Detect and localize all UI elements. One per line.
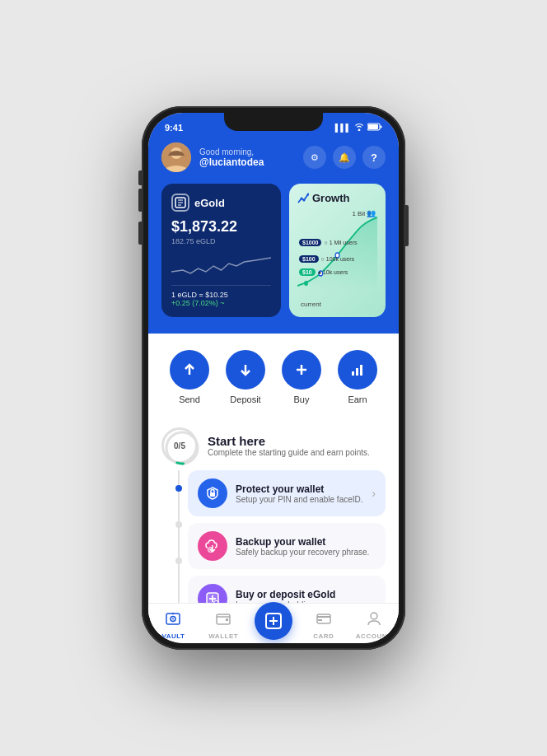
svg-point-7 (303, 198, 306, 201)
growth-chart: 1 Bil 👥 (297, 209, 377, 308)
status-icons: ▌▌▌ (335, 123, 382, 133)
svg-rect-31 (172, 613, 174, 614)
egold-sub-amount: 182.75 eGLD (171, 237, 271, 245)
status-time: 9:41 (165, 123, 183, 133)
buy-action[interactable]: Buy (282, 350, 321, 404)
svg-rect-2 (381, 126, 382, 128)
step-dot-3 (175, 558, 182, 564)
card-label: CARD (313, 632, 334, 640)
svg-rect-18 (360, 365, 362, 376)
egold-rate: 1 eGLD = $10.25 (171, 291, 271, 299)
egold-chart (171, 254, 271, 278)
phone-screen: 9:41 ▌▌▌ (148, 113, 399, 643)
wifi-icon (354, 123, 364, 133)
header-username: @luciantodea (199, 156, 264, 168)
earn-circle (338, 350, 377, 390)
notch (224, 113, 323, 131)
header-greeting: Good morning, (199, 147, 264, 156)
svg-rect-37 (317, 614, 330, 623)
wallet-icon (215, 610, 231, 631)
vault-label: VAULT (161, 632, 185, 640)
steps-container: Protect your wallet Setup your PIN and e… (161, 470, 386, 622)
price-badge-10: $10 (299, 268, 316, 276)
header-left: Good morning, @luciantodea (161, 142, 264, 172)
nav-wallet[interactable]: WALLET (199, 610, 249, 640)
header-text: Good morning, @luciantodea (199, 147, 264, 168)
account-icon (366, 610, 382, 631)
signal-icon: ▌▌▌ (335, 124, 351, 132)
egold-card[interactable]: eGold $1,873.22 182.75 eGLD 1 eGLD = $10… (161, 184, 281, 317)
growth-title: Growth (312, 192, 350, 204)
svg-point-39 (371, 613, 377, 619)
start-header: 0/5 Start here Complete the starting gui… (161, 418, 386, 470)
svg-point-6 (301, 197, 303, 199)
deposit-circle (226, 350, 265, 390)
egold-icon (171, 194, 189, 212)
mute-button (138, 170, 142, 185)
volume-down-button (138, 222, 142, 245)
step-backup-text: Backup your wallet Safely backup your re… (236, 536, 376, 557)
egold-card-header: eGold (171, 194, 271, 212)
growth-card[interactable]: Growth 1 Bil 👥 (289, 184, 386, 317)
start-text: Start here Complete the starting guide a… (208, 434, 370, 457)
send-circle (170, 350, 209, 390)
avatar-image (161, 142, 191, 172)
settings-button[interactable]: ⚙ (303, 146, 326, 169)
earn-label: Earn (348, 394, 367, 404)
card-icon (316, 610, 332, 631)
users-100k: ○ 100k users (321, 256, 354, 262)
step-protect-arrow: › (372, 487, 376, 500)
steps-list: Protect your wallet Setup your PIN and e… (188, 470, 386, 622)
svg-rect-33 (226, 618, 228, 621)
buy-label: Buy (294, 394, 310, 404)
price-badge-1000: $1000 (299, 239, 321, 246)
start-desc: Complete the starting guide and earn poi… (208, 448, 370, 457)
account-label: ACCOUNT (356, 632, 392, 640)
svg-point-11 (304, 281, 308, 286)
step-dot-2 (175, 521, 182, 528)
phone-frame: 9:41 ▌▌▌ (142, 106, 405, 650)
cards-section: eGold $1,873.22 182.75 eGLD 1 eGLD = $10… (148, 184, 399, 334)
deposit-action[interactable]: Deposit (226, 350, 265, 404)
earn-action[interactable]: Earn (338, 350, 377, 404)
deposit-label: Deposit (230, 394, 260, 404)
egold-card-title: eGold (194, 197, 225, 209)
price-badge-100: $100 (299, 255, 319, 263)
step-backup-icon (198, 531, 227, 561)
egold-change: +0.25 (7.02%) ~ (171, 299, 271, 307)
svg-rect-1 (368, 124, 378, 129)
battery-icon (367, 123, 382, 133)
step-protect-desc: Setup your PIN and enable faceID. (236, 495, 363, 504)
step-backup-desc: Safely backup your recovery phrase. (236, 548, 376, 557)
users-10k: ● 10k users (318, 269, 348, 275)
send-label: Send (179, 394, 200, 404)
egold-footer: 1 eGLD = $10.25 +0.25 (7.02%) ~ (171, 285, 271, 307)
header-actions: ⚙ 🔔 ? (303, 146, 386, 169)
users-1mil: ○ 1 Mil users (324, 240, 357, 245)
progress-text: 0/5 (174, 441, 185, 450)
header: Good morning, @luciantodea ⚙ 🔔 ? (148, 136, 399, 184)
step-protect[interactable]: Protect your wallet Setup your PIN and e… (188, 470, 386, 516)
send-action[interactable]: Send (170, 350, 209, 404)
vault-icon (165, 610, 181, 631)
actions-section: Send Deposit Buy (148, 334, 399, 418)
step-backup[interactable]: Backup your wallet Safely backup your re… (188, 523, 386, 569)
svg-rect-16 (352, 371, 354, 376)
steps-line (178, 470, 180, 622)
nav-vault[interactable]: VAULT (148, 610, 199, 640)
nav-card[interactable]: CARD (298, 610, 348, 640)
notifications-button[interactable]: 🔔 (333, 146, 356, 169)
step-dot-1 (175, 485, 182, 492)
start-title: Start here (208, 434, 370, 448)
nav-account[interactable]: ACCOUNT (348, 610, 399, 640)
volume-up-button (138, 189, 142, 212)
nav-center[interactable] (249, 610, 299, 640)
wallet-label: WALLET (208, 632, 238, 640)
step-protect-title: Protect your wallet (236, 483, 363, 495)
help-button[interactable]: ? (362, 146, 386, 169)
step-protect-icon (198, 478, 227, 508)
center-button[interactable] (255, 602, 292, 640)
svg-rect-21 (210, 492, 215, 497)
svg-point-30 (172, 618, 174, 620)
step-buy-title: Buy or deposit eGold (236, 589, 376, 600)
